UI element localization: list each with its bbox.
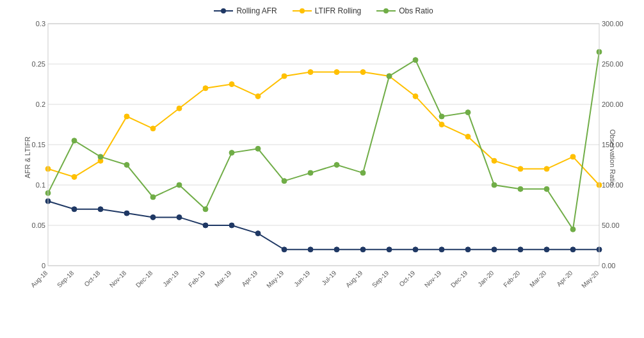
svg-point-84	[544, 166, 549, 172]
svg-text:Oct-19: Oct-19	[398, 269, 416, 287]
svg-point-58	[439, 247, 444, 252]
svg-text:200.00: 200.00	[602, 101, 624, 108]
svg-text:Oct-18: Oct-18	[83, 269, 101, 287]
svg-point-80	[439, 122, 444, 127]
legend-item-obs-ratio: Obs Ratio	[376, 6, 433, 15]
svg-point-54	[334, 247, 339, 252]
svg-text:May-20: May-20	[580, 269, 600, 289]
svg-text:Jan-19: Jan-19	[161, 269, 181, 288]
svg-point-95	[255, 146, 261, 151]
svg-point-75	[308, 70, 313, 75]
svg-point-63	[570, 247, 576, 252]
chart-container: Rolling AFR LTIFR Rolling Obs Ratio AFR …	[0, 0, 644, 338]
svg-point-69	[150, 126, 156, 131]
svg-text:0.1: 0.1	[36, 181, 45, 189]
svg-point-97	[308, 170, 313, 175]
svg-point-50	[229, 223, 234, 228]
legend-item-ltifr: LTIFR Rolling	[293, 6, 361, 15]
svg-text:Mar-19: Mar-19	[213, 269, 232, 288]
svg-point-83	[518, 166, 523, 172]
y-axis-right-label: Observation Ratio	[609, 129, 616, 186]
svg-text:Aug-18: Aug-18	[29, 269, 49, 289]
svg-point-51	[255, 231, 261, 236]
svg-point-44	[72, 207, 77, 212]
svg-text:Nov-19: Nov-19	[423, 269, 443, 289]
svg-point-46	[124, 211, 129, 216]
legend-label-obs-ratio: Obs Ratio	[399, 6, 433, 15]
svg-point-70	[177, 106, 182, 111]
svg-point-107	[570, 227, 576, 232]
svg-point-72	[229, 82, 234, 87]
svg-point-55	[360, 247, 366, 252]
svg-point-91	[150, 195, 156, 200]
svg-point-68	[124, 114, 129, 119]
legend-label-rolling-afr: Rolling AFR	[236, 6, 277, 15]
legend-item-rolling-afr: Rolling AFR	[214, 6, 277, 15]
svg-point-77	[360, 70, 366, 75]
svg-point-81	[465, 134, 471, 139]
svg-point-105	[518, 186, 523, 191]
svg-text:Feb-19: Feb-19	[187, 269, 206, 288]
y-axis-left-label: AFR & LTIFR	[24, 136, 31, 178]
svg-text:Jul-19: Jul-19	[320, 269, 337, 286]
svg-point-100	[387, 74, 392, 79]
svg-point-102	[439, 114, 444, 119]
svg-point-103	[465, 110, 471, 115]
svg-point-48	[177, 214, 182, 220]
svg-text:Jan-20: Jan-20	[476, 269, 495, 288]
svg-point-49	[203, 223, 208, 228]
svg-point-53	[308, 247, 313, 252]
svg-text:Dec-19: Dec-19	[449, 269, 469, 289]
svg-point-57	[413, 247, 418, 252]
svg-point-82	[492, 158, 497, 163]
svg-text:Aug-19: Aug-19	[344, 269, 364, 289]
svg-point-106	[544, 186, 549, 191]
svg-text:Apr-19: Apr-19	[240, 269, 259, 287]
svg-point-90	[124, 163, 129, 168]
svg-point-93	[203, 207, 208, 212]
svg-point-79	[413, 93, 418, 99]
svg-point-47	[150, 214, 156, 220]
svg-point-76	[334, 70, 339, 75]
svg-point-85	[570, 154, 576, 159]
svg-point-45	[98, 207, 103, 212]
chart-legend: Rolling AFR LTIFR Rolling Obs Ratio	[42, 6, 606, 15]
svg-text:0.2: 0.2	[36, 101, 45, 108]
svg-text:Apr-20: Apr-20	[555, 269, 574, 287]
svg-text:0.00: 0.00	[602, 262, 615, 270]
svg-point-74	[282, 74, 287, 79]
svg-point-59	[465, 247, 471, 252]
svg-point-61	[518, 247, 523, 252]
legend-label-ltifr: LTIFR Rolling	[315, 6, 361, 15]
svg-point-71	[203, 86, 208, 91]
svg-text:0: 0	[42, 262, 45, 270]
svg-point-89	[98, 154, 103, 159]
svg-point-96	[282, 179, 287, 184]
svg-point-73	[255, 93, 261, 99]
svg-text:Sep-18: Sep-18	[56, 269, 76, 289]
svg-text:300.00: 300.00	[602, 20, 624, 28]
svg-text:May-19: May-19	[265, 269, 286, 289]
svg-text:Sep-19: Sep-19	[371, 269, 390, 289]
svg-text:Mar-20: Mar-20	[528, 269, 547, 288]
svg-point-88	[72, 138, 77, 143]
svg-text:0.15: 0.15	[32, 141, 45, 149]
svg-text:Nov-18: Nov-18	[108, 269, 128, 289]
svg-text:Feb-20: Feb-20	[502, 269, 521, 288]
svg-text:0.25: 0.25	[32, 60, 45, 68]
svg-text:0.3: 0.3	[36, 20, 45, 28]
svg-text:Jun-19: Jun-19	[293, 269, 312, 288]
svg-point-94	[229, 150, 234, 156]
svg-point-60	[492, 247, 497, 252]
svg-point-101	[413, 58, 418, 63]
svg-point-66	[72, 174, 77, 179]
svg-text:250.00: 250.00	[602, 60, 624, 68]
svg-point-98	[334, 163, 339, 168]
svg-point-104	[492, 182, 497, 188]
svg-point-62	[544, 247, 549, 252]
svg-point-52	[282, 247, 287, 252]
main-chart-svg: 00.000.0550.000.1100.000.15150.000.2200.…	[42, 20, 606, 294]
svg-point-92	[177, 182, 182, 188]
svg-text:Dec-18: Dec-18	[134, 269, 154, 289]
svg-text:50.00: 50.00	[602, 221, 620, 229]
